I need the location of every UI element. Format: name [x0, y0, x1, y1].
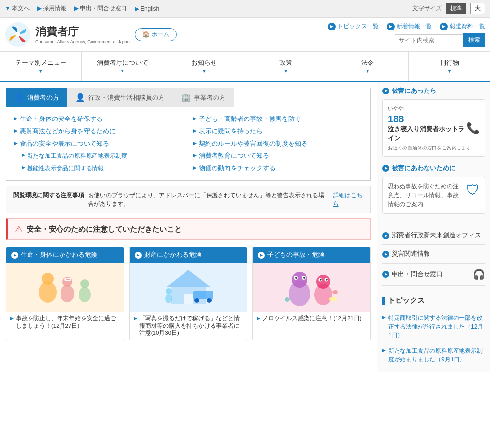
logo-area: 消費者庁 Consumer Affairs Agency, Government… — [5, 22, 177, 47]
topic-link-2[interactable]: 新たな加工食品の原料原産地表示制度が始まりました（9月1日） — [388, 346, 485, 364]
topic-link-1[interactable]: 特定商取引に関する法律の一部を改正する法律が施行されました（12月1日） — [388, 313, 485, 340]
link-education[interactable]: 消費者教育について知る — [193, 152, 363, 160]
hotline-number: 188 — [388, 114, 466, 125]
search-area: 検索 — [395, 33, 485, 47]
card-image-1 — [6, 263, 124, 312]
fontsize-large-button[interactable]: 大 — [470, 3, 485, 14]
nav-policy[interactable]: 政策 ▼ — [245, 52, 327, 81]
nav-law[interactable]: 法令 ▼ — [327, 52, 409, 81]
card-caption-3[interactable]: ノロウイルス感染に注意！(12月21日) — [253, 312, 370, 325]
danger-cards-row: ▶ 生命・身体にかかわる危険 — [6, 247, 371, 340]
sidebar-play-icon4: ▶ — [382, 251, 389, 258]
sidebar-prevention-section: ▶ 被害にあわないために 思わぬ事故を防ぐための注意点、リコール情報、事故情報の… — [382, 164, 485, 214]
topics-list-link[interactable]: ▶ トピックス一覧 — [328, 22, 379, 30]
notice-link[interactable]: 詳細はこちら — [333, 191, 364, 208]
card-header-2: ▶ 財産にかかわる危険 — [130, 247, 247, 263]
news-list-link[interactable]: ▶ 新着情報一覧 — [387, 22, 432, 30]
topics-section: トピックス 特定商取引に関する法律の一部を改正する法律が施行されました（12月1… — [382, 296, 485, 367]
notice-text: お使いのブラウザにより、アドレスバーに「保護されていません」等と警告表示される場… — [88, 191, 329, 208]
topics-bar-icon — [382, 297, 385, 305]
font-size-controls: 文字サイズ 標準 大 — [412, 3, 485, 14]
card-image-3 — [253, 263, 370, 312]
link-food-sub2[interactable]: 機能性表示食品に関する情報 — [14, 164, 184, 173]
sidebar-play-icon1: ▶ — [382, 88, 389, 94]
nav-arrow-icon3: ▼ — [202, 68, 207, 74]
play-circle-icon: ▶ — [328, 23, 336, 30]
play-circle-icon3: ▶ — [440, 23, 448, 30]
svg-rect-12 — [184, 294, 193, 304]
svg-point-32 — [332, 290, 338, 294]
play-circle-icon2: ▶ — [387, 23, 395, 30]
play-circle-card2: ▶ — [135, 252, 142, 259]
header-top-nav: ▶ トピックス一覧 ▶ 新着情報一覧 ▶ 報道資料一覧 — [328, 22, 485, 30]
hotline-row: 188 泣き寝入り消費者ホットライン 📞 — [388, 114, 480, 143]
sidebar: ▶ 被害にあったら いやや 188 泣き寝入り消費者ホットライン 📞 — [377, 82, 490, 372]
home-icon: 🏠 — [142, 31, 150, 38]
link-children-elderly[interactable]: 子ども・高齢者の事故・被害を防ぐ — [193, 115, 363, 123]
search-button[interactable]: 検索 — [463, 33, 485, 47]
admin-icon: 👤 — [75, 93, 85, 102]
alert-section: ⚠ 安全・安心のために注意していただきたいこと — [6, 218, 371, 240]
svg-point-25 — [303, 277, 305, 279]
card-caption-2[interactable]: 「写真を撮るだけで稼げる」などと情報商材等の購入を持ちかける事業者に注意(10月… — [130, 312, 247, 340]
hotline-subtitle: 泣き寝入り消費者ホットライン — [388, 125, 466, 143]
link-food-sub1[interactable]: 新たな加工食品の原料原産地表示制度 — [14, 152, 184, 160]
card-life-danger: ▶ 生命・身体にかかわる危険 — [6, 247, 124, 340]
sidebar-inquiry-link[interactable]: ▶ 申出・問合せ窓口 🎧 — [382, 264, 485, 286]
header-search-row: 検索 — [395, 33, 485, 47]
nav-news[interactable]: お知らせ ▼ — [163, 52, 245, 81]
link-food[interactable]: 食品の安全や表示について知る — [14, 140, 184, 148]
safety-text: 思わぬ事故を防ぐための注意点、リコール情報、事故情報のご案内 — [388, 182, 462, 209]
sidebar-play-icon5: ▶ — [382, 271, 389, 278]
tab-admin[interactable]: 👤 行政・消費生活相談員の方 — [67, 88, 173, 107]
moushide-link[interactable]: ▶申出・問合せ窓口 — [74, 4, 127, 13]
topic-item-1: 特定商取引に関する法律の一部を改正する法律が施行されました（12月1日） — [382, 310, 485, 343]
fontsize-label: 文字サイズ — [412, 4, 442, 13]
svg-point-6 — [79, 287, 91, 302]
sidebar-office-link[interactable]: ▶ 消費者行政新未来創造オフィス — [382, 226, 485, 245]
link-safety[interactable]: 生命・身体の安全を確保する — [14, 115, 184, 123]
tab-consumer[interactable]: 👤 消費者の方 — [6, 88, 67, 107]
nav-about[interactable]: 消費者庁について ▼ — [82, 52, 163, 81]
english-link[interactable]: ▶English — [135, 5, 159, 12]
business-icon: 🏢 — [181, 93, 191, 102]
saiyo-link[interactable]: ▶採用情報 — [37, 4, 66, 13]
topic-item-2: 新たな加工食品の原料原産地表示制度が始まりました（9月1日） — [382, 343, 485, 367]
link-prices[interactable]: 物価の動向をチェックする — [193, 164, 363, 173]
inquiry-headphones-icon: 🎧 — [473, 269, 485, 280]
main-navigation: テーマ別メニュー ▼ 消費者庁について ▼ お知らせ ▼ 政策 ▼ 法令 ▼ 刊… — [0, 52, 490, 82]
divider-2 — [382, 291, 485, 291]
card-image-2 — [130, 263, 247, 312]
svg-point-27 — [316, 275, 330, 289]
play-circle-card1: ▶ — [11, 252, 18, 259]
hotline-number-area: 188 泣き寝入り消費者ホットライン — [388, 114, 466, 143]
notice-label: 閲覧環境に関する注意事項 — [13, 191, 84, 200]
alert-icon: ⚠ — [15, 224, 23, 235]
hotline-box: いやや 188 泣き寝入り消費者ホットライン 📞 お近くの自治体の窓口をご案内し… — [382, 99, 485, 157]
svg-point-7 — [80, 279, 89, 288]
link-akushitsu[interactable]: 悪質商法などから身を守るために — [14, 127, 184, 136]
honbun-link[interactable]: ▼本文へ — [5, 4, 30, 13]
card-caption-1[interactable]: 事故を防止し、年末年始を安全に過ごしましょう！(12月27日) — [6, 312, 124, 332]
svg-marker-10 — [166, 270, 211, 287]
sidebar-disaster-link[interactable]: ▶ 災害関連情報 — [382, 245, 485, 264]
home-button[interactable]: 🏠 ホーム — [135, 28, 177, 41]
link-labeling[interactable]: 表示に疑問を持ったら — [193, 127, 363, 136]
svg-point-31 — [326, 279, 328, 281]
tab-business[interactable]: 🏢 事業者の方 — [173, 88, 234, 107]
top-nav-links: ▼本文へ ▶採用情報 ▶申出・問合せ窓口 ▶English — [5, 4, 159, 13]
fontsize-normal-button[interactable]: 標準 — [446, 3, 466, 14]
press-list-link[interactable]: ▶ 報道資料一覧 — [440, 22, 485, 30]
phone-icon: 📞 — [466, 122, 480, 135]
consumer-icon: 👤 — [14, 93, 24, 102]
sidebar-damage-section: ▶ 被害にあったら いやや 188 泣き寝入り消費者ホットライン 📞 — [382, 87, 485, 157]
svg-point-1 — [15, 32, 20, 37]
search-input[interactable] — [395, 34, 463, 46]
link-contract[interactable]: 契約のルールや被害回復の制度を知る — [193, 140, 363, 148]
nav-theme-menu[interactable]: テーマ別メニュー ▼ — [0, 52, 82, 81]
tab-header: 👤 消費者の方 👤 行政・消費生活相談員の方 🏢 事業者の方 — [6, 88, 370, 107]
sidebar-play-icon2: ▶ — [382, 165, 389, 172]
safety-info-box: 思わぬ事故を防ぐための注意点、リコール情報、事故情報のご案内 🛡 — [382, 177, 485, 214]
nav-publications[interactable]: 刊行物 ▼ — [409, 52, 490, 81]
svg-rect-34 — [329, 297, 337, 301]
